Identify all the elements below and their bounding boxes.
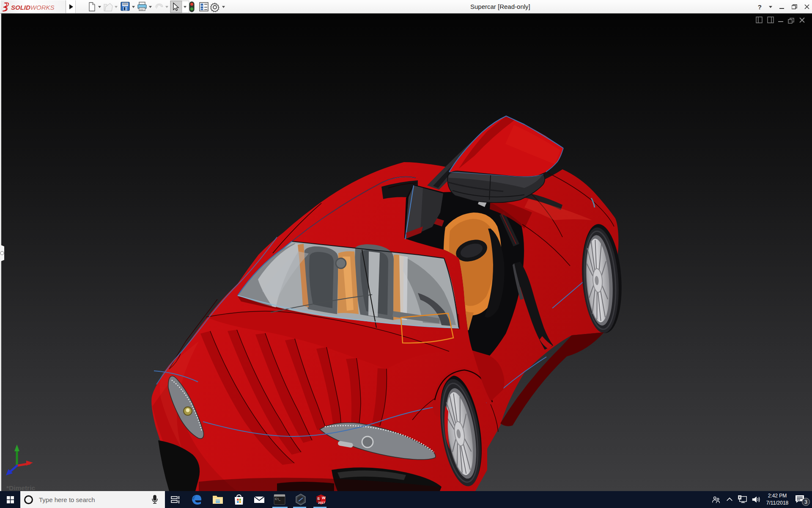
svg-text:2017: 2017 [318, 501, 325, 505]
svg-text:W: W [322, 496, 326, 500]
svg-text:C:\_: C:\_ [275, 497, 280, 501]
svg-text:*Dimetric: *Dimetric [6, 484, 35, 491]
svg-text:S: S [317, 497, 320, 501]
svg-text:SOLIDWORKS: SOLIDWORKS [11, 4, 55, 11]
